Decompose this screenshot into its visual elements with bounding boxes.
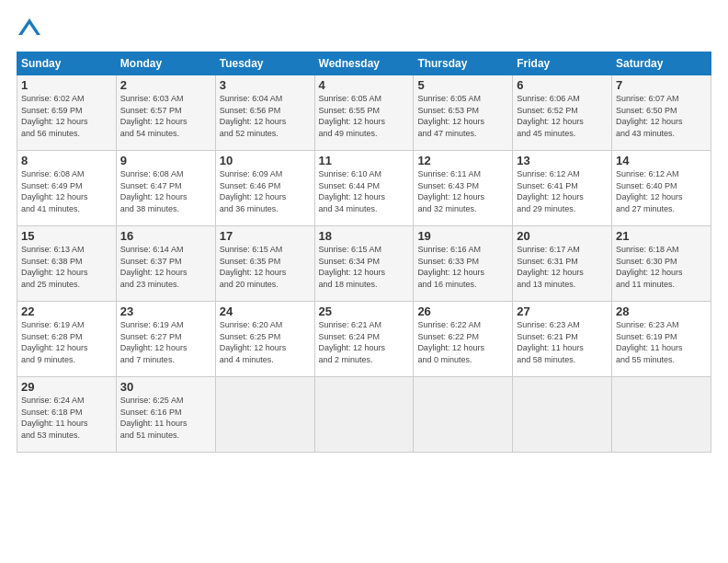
calendar-cell: 3Sunrise: 6:04 AMSunset: 6:56 PMDaylight… (215, 75, 314, 151)
day-number: 1 (21, 78, 112, 92)
day-info: Sunrise: 6:12 AMSunset: 6:40 PMDaylight:… (616, 168, 707, 214)
calendar-cell: 6Sunrise: 6:06 AMSunset: 6:52 PMDaylight… (513, 75, 612, 151)
day-number: 11 (319, 154, 410, 167)
calendar-week-4: 22Sunrise: 6:19 AMSunset: 6:28 PMDayligh… (17, 302, 711, 377)
calendar-week-5: 29Sunrise: 6:24 AMSunset: 6:18 PMDayligh… (17, 377, 711, 453)
calendar-cell (215, 377, 314, 453)
day-info: Sunrise: 6:20 AMSunset: 6:25 PMDaylight:… (220, 319, 311, 365)
day-number: 12 (417, 154, 508, 167)
day-info: Sunrise: 6:14 AMSunset: 6:37 PMDaylight:… (120, 244, 211, 290)
day-info: Sunrise: 6:24 AMSunset: 6:18 PMDaylight:… (21, 395, 112, 441)
header-cell-tuesday: Tuesday (215, 52, 314, 75)
day-number: 23 (120, 304, 211, 318)
day-number: 19 (417, 229, 508, 243)
calendar-cell: 20Sunrise: 6:17 AMSunset: 6:31 PMDayligh… (513, 226, 612, 302)
header (17, 17, 711, 42)
day-info: Sunrise: 6:08 AMSunset: 6:49 PMDaylight:… (21, 168, 112, 214)
calendar-cell: 28Sunrise: 6:23 AMSunset: 6:19 PMDayligh… (612, 302, 711, 377)
day-number: 26 (417, 304, 508, 318)
calendar-cell: 14Sunrise: 6:12 AMSunset: 6:40 PMDayligh… (612, 151, 711, 226)
day-info: Sunrise: 6:13 AMSunset: 6:38 PMDaylight:… (21, 244, 112, 290)
calendar-cell: 22Sunrise: 6:19 AMSunset: 6:28 PMDayligh… (17, 302, 117, 377)
calendar-cell (513, 377, 612, 453)
calendar-cell: 29Sunrise: 6:24 AMSunset: 6:18 PMDayligh… (17, 377, 117, 453)
day-number: 10 (220, 154, 311, 167)
day-info: Sunrise: 6:15 AMSunset: 6:35 PMDaylight:… (220, 244, 311, 290)
day-info: Sunrise: 6:15 AMSunset: 6:34 PMDaylight:… (319, 244, 410, 290)
calendar-cell: 11Sunrise: 6:10 AMSunset: 6:44 PMDayligh… (314, 151, 414, 226)
calendar-body: 1Sunrise: 6:02 AMSunset: 6:59 PMDaylight… (17, 75, 711, 453)
page: SundayMondayTuesdayWednesdayThursdayFrid… (0, 0, 728, 563)
day-number: 14 (616, 154, 707, 167)
day-number: 25 (319, 304, 410, 318)
day-info: Sunrise: 6:04 AMSunset: 6:56 PMDaylight:… (220, 93, 311, 139)
calendar-cell: 10Sunrise: 6:09 AMSunset: 6:46 PMDayligh… (215, 151, 314, 226)
calendar-cell: 19Sunrise: 6:16 AMSunset: 6:33 PMDayligh… (414, 226, 513, 302)
day-info: Sunrise: 6:17 AMSunset: 6:31 PMDaylight:… (517, 244, 608, 290)
day-number: 27 (517, 304, 608, 318)
day-info: Sunrise: 6:07 AMSunset: 6:50 PMDaylight:… (616, 93, 707, 139)
calendar-cell: 8Sunrise: 6:08 AMSunset: 6:49 PMDaylight… (17, 151, 117, 226)
day-number: 16 (120, 229, 211, 243)
day-info: Sunrise: 6:23 AMSunset: 6:19 PMDaylight:… (616, 319, 707, 365)
calendar-table: SundayMondayTuesdayWednesdayThursdayFrid… (17, 52, 711, 453)
calendar-cell: 24Sunrise: 6:20 AMSunset: 6:25 PMDayligh… (215, 302, 314, 377)
day-info: Sunrise: 6:19 AMSunset: 6:28 PMDaylight:… (21, 319, 112, 365)
day-number: 20 (517, 229, 608, 243)
day-info: Sunrise: 6:25 AMSunset: 6:16 PMDaylight:… (120, 395, 211, 441)
day-number: 4 (319, 78, 410, 92)
calendar-cell: 7Sunrise: 6:07 AMSunset: 6:50 PMDaylight… (612, 75, 711, 151)
day-number: 7 (616, 78, 707, 92)
calendar-week-1: 1Sunrise: 6:02 AMSunset: 6:59 PMDaylight… (17, 75, 711, 151)
day-info: Sunrise: 6:22 AMSunset: 6:22 PMDaylight:… (417, 319, 508, 365)
calendar-cell: 9Sunrise: 6:08 AMSunset: 6:47 PMDaylight… (116, 151, 215, 226)
day-number: 18 (319, 229, 410, 243)
header-cell-friday: Friday (513, 52, 612, 75)
header-cell-saturday: Saturday (612, 52, 711, 75)
calendar-cell: 2Sunrise: 6:03 AMSunset: 6:57 PMDaylight… (116, 75, 215, 151)
calendar-cell: 4Sunrise: 6:05 AMSunset: 6:55 PMDaylight… (314, 75, 414, 151)
calendar-cell: 18Sunrise: 6:15 AMSunset: 6:34 PMDayligh… (314, 226, 414, 302)
day-info: Sunrise: 6:11 AMSunset: 6:43 PMDaylight:… (417, 168, 508, 214)
logo (17, 17, 46, 42)
calendar-cell: 30Sunrise: 6:25 AMSunset: 6:16 PMDayligh… (116, 377, 215, 453)
day-info: Sunrise: 6:03 AMSunset: 6:57 PMDaylight:… (120, 93, 211, 139)
day-number: 17 (220, 229, 311, 243)
day-info: Sunrise: 6:21 AMSunset: 6:24 PMDaylight:… (319, 319, 410, 365)
header-row: SundayMondayTuesdayWednesdayThursdayFrid… (17, 52, 711, 75)
calendar-cell: 1Sunrise: 6:02 AMSunset: 6:59 PMDaylight… (17, 75, 117, 151)
day-info: Sunrise: 6:12 AMSunset: 6:41 PMDaylight:… (517, 168, 608, 214)
day-number: 2 (120, 78, 211, 92)
day-number: 5 (417, 78, 508, 92)
calendar-cell: 26Sunrise: 6:22 AMSunset: 6:22 PMDayligh… (414, 302, 513, 377)
day-info: Sunrise: 6:10 AMSunset: 6:44 PMDaylight:… (319, 168, 410, 214)
calendar-cell: 27Sunrise: 6:23 AMSunset: 6:21 PMDayligh… (513, 302, 612, 377)
day-number: 28 (616, 304, 707, 318)
calendar-header: SundayMondayTuesdayWednesdayThursdayFrid… (17, 52, 711, 75)
calendar-cell (612, 377, 711, 453)
day-number: 13 (517, 154, 608, 167)
header-cell-wednesday: Wednesday (314, 52, 414, 75)
day-number: 8 (21, 154, 112, 167)
calendar-cell (314, 377, 414, 453)
calendar-cell: 17Sunrise: 6:15 AMSunset: 6:35 PMDayligh… (215, 226, 314, 302)
day-number: 29 (21, 380, 112, 394)
day-number: 15 (21, 229, 112, 243)
day-number: 21 (616, 229, 707, 243)
header-cell-thursday: Thursday (414, 52, 513, 75)
day-info: Sunrise: 6:06 AMSunset: 6:52 PMDaylight:… (517, 93, 608, 139)
calendar-cell: 12Sunrise: 6:11 AMSunset: 6:43 PMDayligh… (414, 151, 513, 226)
day-info: Sunrise: 6:16 AMSunset: 6:33 PMDaylight:… (417, 244, 508, 290)
calendar-cell: 23Sunrise: 6:19 AMSunset: 6:27 PMDayligh… (116, 302, 215, 377)
calendar-cell: 13Sunrise: 6:12 AMSunset: 6:41 PMDayligh… (513, 151, 612, 226)
calendar-cell: 25Sunrise: 6:21 AMSunset: 6:24 PMDayligh… (314, 302, 414, 377)
day-info: Sunrise: 6:02 AMSunset: 6:59 PMDaylight:… (21, 93, 112, 139)
header-cell-sunday: Sunday (17, 52, 117, 75)
day-number: 6 (517, 78, 608, 92)
day-info: Sunrise: 6:08 AMSunset: 6:47 PMDaylight:… (120, 168, 211, 214)
day-info: Sunrise: 6:09 AMSunset: 6:46 PMDaylight:… (220, 168, 311, 214)
calendar-cell: 5Sunrise: 6:05 AMSunset: 6:53 PMDaylight… (414, 75, 513, 151)
calendar-week-3: 15Sunrise: 6:13 AMSunset: 6:38 PMDayligh… (17, 226, 711, 302)
header-cell-monday: Monday (116, 52, 215, 75)
day-info: Sunrise: 6:05 AMSunset: 6:53 PMDaylight:… (417, 93, 508, 139)
